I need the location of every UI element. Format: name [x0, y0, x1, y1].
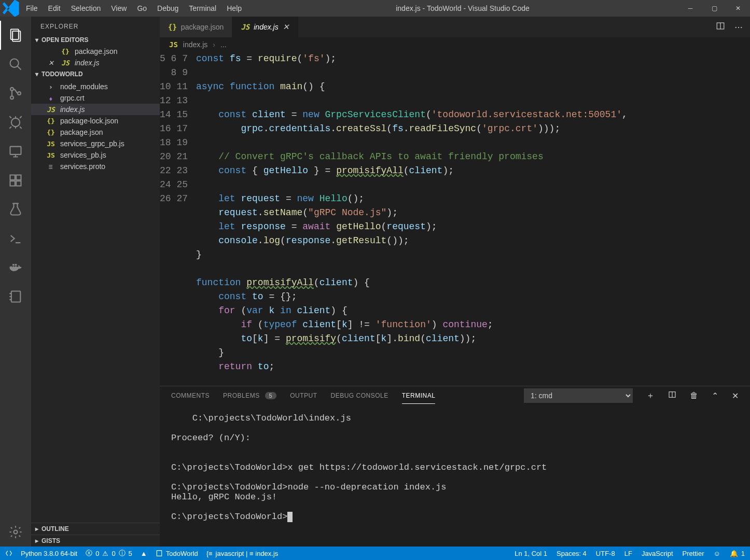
file-icon: JS — [60, 59, 71, 67]
menubar: FileEditSelectionViewGoDebugTerminalHelp — [21, 1, 247, 16]
svg-point-5 — [18, 92, 21, 95]
remote-explorer-icon[interactable] — [0, 137, 31, 166]
file-icon: JS — [46, 151, 56, 159]
folder-item[interactable]: ›node_modules — [31, 81, 160, 92]
minimize-icon[interactable]: ─ — [678, 1, 702, 16]
breadcrumb[interactable]: JS index.js › ... — [160, 37, 750, 52]
svg-point-3 — [10, 88, 13, 91]
maximize-panel-icon[interactable]: ⌃ — [712, 391, 718, 401]
panel-tab-problems[interactable]: PROBLEMS 5 — [223, 388, 276, 403]
close-editor-icon[interactable]: ✕ — [46, 59, 56, 67]
svg-point-6 — [11, 118, 20, 127]
status-lncol[interactable]: Ln 1, Col 1 — [515, 550, 547, 557]
project-section[interactable]: ▾ TODOWORLD — [31, 68, 160, 80]
docker-icon[interactable] — [0, 253, 31, 282]
status-python[interactable]: Python 3.8.0 64-bit — [21, 550, 77, 557]
editor-tab[interactable]: {}package.json — [160, 17, 232, 37]
file-item[interactable]: JSindex.js — [31, 104, 160, 115]
svg-rect-8 — [10, 175, 15, 180]
gists-section[interactable]: ▸ GISTS — [31, 535, 160, 547]
sidebar-header: EXPLORER — [31, 17, 160, 34]
terminal-icon[interactable] — [0, 224, 31, 253]
svg-rect-7 — [10, 147, 21, 155]
code-editor[interactable]: 5 6 7 8 9 10 11 12 13 14 15 16 17 18 19 … — [160, 52, 750, 386]
search-icon[interactable] — [0, 50, 31, 79]
panel-tab-comments[interactable]: COMMENTS — [171, 388, 210, 403]
file-item[interactable]: JSservices_pb.js — [31, 149, 160, 161]
open-editors-section[interactable]: ▾ OPEN EDITORS — [31, 34, 160, 46]
status-fire-icon[interactable]: ▲ — [141, 550, 147, 557]
status-bell-icon[interactable]: 🔔1 — [730, 550, 745, 557]
debug-icon[interactable] — [0, 108, 31, 137]
file-item[interactable]: {}package.json — [31, 127, 160, 138]
chevron-down-icon: ▾ — [35, 36, 38, 44]
vscode-logo-icon — [0, 0, 21, 19]
window-controls: ─ ▢ ✕ — [678, 1, 750, 16]
split-editor-icon[interactable] — [716, 21, 725, 33]
svg-point-4 — [10, 96, 13, 99]
svg-rect-15 — [12, 264, 15, 266]
panel-tab-debug-console[interactable]: DEBUG CONSOLE — [331, 388, 388, 403]
testing-icon[interactable] — [0, 195, 31, 224]
svg-point-2 — [10, 59, 19, 67]
notebook-icon[interactable] — [0, 282, 31, 311]
menu-file[interactable]: File — [21, 1, 43, 16]
status-spaces[interactable]: Spaces: 4 — [557, 550, 587, 557]
status-lang-file[interactable]: {≡javascript | ≡ index.js — [206, 550, 279, 557]
file-item[interactable]: ≡services.proto — [31, 161, 160, 172]
menu-terminal[interactable]: Terminal — [184, 1, 221, 16]
extensions-icon[interactable] — [0, 166, 31, 195]
titlebar: FileEditSelectionViewGoDebugTerminalHelp… — [0, 0, 750, 17]
terminal[interactable]: C:\projects\TodoWorld\index.js Proceed? … — [160, 405, 750, 547]
editor-tab[interactable]: JSindex.js✕ — [232, 17, 298, 37]
file-icon: {} — [46, 129, 56, 136]
more-actions-icon[interactable]: ⋯ — [734, 22, 743, 32]
menu-view[interactable]: View — [106, 1, 132, 16]
file-item[interactable]: JSservices_grpc_pb.js — [31, 138, 160, 149]
remote-indicator[interactable] — [5, 550, 12, 557]
menu-edit[interactable]: Edit — [43, 1, 66, 16]
file-item[interactable]: ⬧grpc.crt — [31, 92, 160, 104]
menu-selection[interactable]: Selection — [66, 1, 106, 16]
svg-rect-9 — [16, 175, 21, 180]
status-branch[interactable]: TodoWorld — [156, 550, 198, 557]
window-title: index.js - TodoWorld - Visual Studio Cod… — [247, 4, 678, 12]
menu-go[interactable]: Go — [132, 1, 152, 16]
svg-point-18 — [14, 530, 18, 534]
close-tab-icon[interactable]: ✕ — [283, 22, 289, 32]
status-feedback-icon[interactable]: ☺ — [713, 550, 720, 557]
file-icon: JS — [46, 106, 56, 114]
kill-terminal-icon[interactable]: 🗑 — [690, 391, 698, 400]
menu-help[interactable]: Help — [221, 1, 247, 16]
editor-tabs: {}package.jsonJSindex.js✕ ⋯ — [160, 17, 750, 37]
status-lang[interactable]: JavaScript — [642, 550, 673, 557]
svg-rect-11 — [16, 181, 21, 186]
open-editor-item[interactable]: ✕JSindex.js — [31, 57, 160, 68]
status-encoding[interactable]: UTF-8 — [596, 550, 615, 557]
status-problems[interactable]: ⓧ0 ⚠0 ⓘ5 — [86, 549, 132, 558]
editor-area: {}package.jsonJSindex.js✕ ⋯ JS index.js … — [160, 17, 750, 547]
problems-badge: 5 — [265, 392, 277, 399]
maximize-icon[interactable]: ▢ — [702, 1, 726, 16]
status-eol[interactable]: LF — [624, 550, 632, 557]
panel-tab-output[interactable]: OUTPUT — [290, 388, 317, 403]
panel-tab-terminal[interactable]: TERMINAL — [402, 388, 436, 404]
outline-section[interactable]: ▸ OUTLINE — [31, 523, 160, 535]
activity-bar — [0, 17, 31, 547]
file-item[interactable]: {}package-lock.json — [31, 115, 160, 127]
settings-gear-icon[interactable] — [0, 517, 31, 547]
file-icon: {} — [60, 48, 71, 55]
close-icon[interactable]: ✕ — [726, 1, 750, 16]
new-terminal-icon[interactable]: ＋ — [646, 390, 655, 401]
open-editor-item[interactable]: {}package.json — [31, 46, 160, 57]
status-prettier[interactable]: Prettier — [683, 550, 704, 557]
explorer-icon[interactable] — [0, 21, 31, 50]
chevron-right-icon: ▸ — [35, 537, 38, 544]
menu-debug[interactable]: Debug — [152, 1, 184, 16]
close-panel-icon[interactable]: ✕ — [732, 391, 739, 401]
source-control-icon[interactable] — [0, 79, 31, 108]
svg-rect-10 — [10, 181, 15, 186]
file-icon: JS — [241, 23, 249, 31]
split-terminal-icon[interactable] — [668, 390, 676, 401]
terminal-selector[interactable]: 1: cmd — [524, 388, 633, 403]
